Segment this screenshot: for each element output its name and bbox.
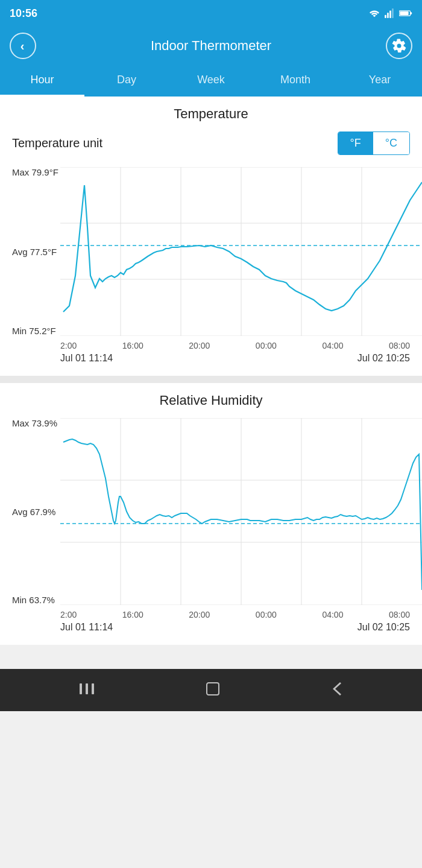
humidity-date-start: Jul 01 11:14 [60, 622, 113, 633]
humidity-max-label: Max 73.9% [12, 418, 57, 428]
svg-rect-29 [92, 683, 94, 694]
temperature-section: Temperature Temperature unit °F °C Max 7… [0, 97, 422, 376]
status-icons [368, 8, 412, 18]
temp-date-end: Jul 02 10:25 [357, 353, 410, 364]
temp-date-start: Jul 01 11:14 [60, 353, 113, 364]
humidity-x-label-1: 16:00 [122, 610, 143, 619]
humidity-avg-label: Avg 67.9% [12, 507, 55, 517]
home-icon [204, 680, 221, 697]
nav-back-button[interactable] [330, 682, 344, 698]
unit-celsius-button[interactable]: °C [373, 132, 409, 154]
battery-icon [399, 9, 412, 17]
unit-fahrenheit-button[interactable]: °F [338, 132, 373, 154]
temp-x-label-0: 2:00 [60, 341, 77, 350]
bottom-filler [0, 645, 422, 669]
nav-recent-apps-button[interactable] [78, 682, 95, 698]
temp-x-label-4: 04:00 [322, 341, 343, 350]
back-nav-icon [330, 682, 344, 695]
temp-max-label: Max 79.9°F [12, 167, 58, 177]
temp-x-label-1: 16:00 [122, 341, 143, 350]
status-time: 10:56 [10, 7, 37, 20]
humidity-date-row: Jul 01 11:14 Jul 02 10:25 [60, 619, 410, 635]
wifi-icon [368, 8, 381, 18]
tab-week[interactable]: Week [169, 65, 253, 97]
temp-date-row: Jul 01 11:14 Jul 02 10:25 [60, 350, 410, 366]
nav-home-button[interactable] [204, 680, 221, 700]
svg-marker-31 [333, 682, 341, 695]
temperature-title: Temperature [12, 106, 410, 122]
humidity-title: Relative Humidity [12, 393, 410, 408]
tab-bar: Hour Day Week Month Year [0, 65, 422, 97]
unit-row: Temperature unit °F °C [12, 131, 410, 155]
temp-x-label-3: 00:00 [256, 341, 277, 350]
temp-x-label-2: 20:00 [189, 341, 210, 350]
app-bar: ‹ Indoor Thermometer [0, 27, 422, 65]
humidity-x-label-5: 08:00 [389, 610, 410, 619]
svg-rect-0 [385, 15, 386, 18]
tab-day[interactable]: Day [84, 65, 169, 97]
gear-icon [392, 39, 406, 53]
svg-rect-28 [86, 683, 88, 694]
recent-apps-icon [78, 682, 95, 695]
tab-month[interactable]: Month [253, 65, 338, 97]
svg-rect-6 [400, 11, 408, 15]
humidity-x-axis: 2:00 16:00 20:00 00:00 04:00 08:00 [60, 607, 410, 619]
humidity-min-label: Min 63.7% [12, 595, 55, 605]
svg-rect-1 [387, 13, 389, 18]
temp-min-label: Min 75.2°F [12, 326, 56, 336]
back-button[interactable]: ‹ [10, 33, 36, 59]
humidity-chart [60, 418, 410, 607]
svg-rect-2 [389, 11, 391, 18]
unit-toggle: °F °C [338, 131, 410, 155]
humidity-x-label-2: 20:00 [189, 610, 210, 619]
bottom-nav [0, 669, 422, 711]
svg-rect-5 [411, 12, 412, 14]
temperature-chart [60, 167, 410, 338]
temp-avg-label: Avg 77.5°F [12, 247, 57, 257]
svg-rect-27 [80, 683, 82, 694]
signal-icon [385, 8, 395, 18]
back-chevron-icon: ‹ [20, 39, 25, 53]
humidity-x-label-0: 2:00 [60, 610, 77, 619]
settings-button[interactable] [386, 33, 412, 59]
tab-hour[interactable]: Hour [0, 65, 84, 97]
humidity-section: Relative Humidity Max 73.9% Avg 67.9% Mi… [0, 383, 422, 645]
status-bar: 10:56 [0, 0, 422, 27]
humidity-x-label-3: 00:00 [256, 610, 277, 619]
tab-year[interactable]: Year [338, 65, 422, 97]
humidity-x-label-4: 04:00 [322, 610, 343, 619]
svg-rect-3 [392, 8, 394, 18]
svg-rect-30 [207, 683, 219, 695]
unit-label: Temperature unit [12, 136, 102, 150]
temp-x-axis: 2:00 16:00 20:00 00:00 04:00 08:00 [60, 338, 410, 350]
app-title: Indoor Thermometer [151, 38, 271, 54]
humidity-date-end: Jul 02 10:25 [357, 622, 410, 633]
temp-x-label-5: 08:00 [389, 341, 410, 350]
section-separator [0, 376, 422, 383]
